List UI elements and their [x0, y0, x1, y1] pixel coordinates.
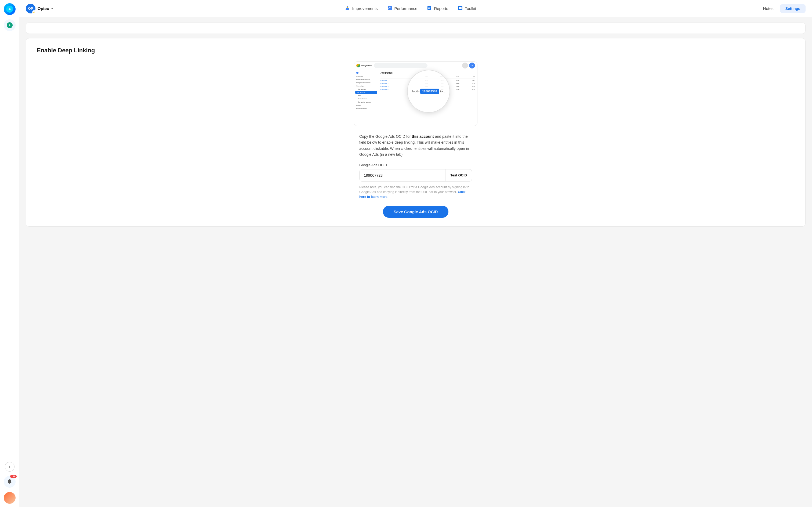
nav-item-reports[interactable]: Reports: [423, 3, 453, 14]
main-card: Enable Deep Linking Google Ads: [26, 38, 806, 227]
svg-rect-10: [428, 8, 429, 9]
fake-search-bar: [374, 63, 427, 68]
brand-chevron: ▾: [51, 7, 53, 10]
nav-item-toolkit[interactable]: Toolkit: [454, 3, 481, 14]
form-section: Google Ads OCID Test OCID Please note, y…: [359, 163, 472, 218]
ocid-input-row: Test OCID: [359, 169, 472, 181]
toolkit-icon: [458, 5, 463, 11]
brand[interactable]: OP Opteo ▾: [26, 4, 53, 13]
screenshot-inner: Google Ads J: [354, 62, 477, 126]
sidebar-logo[interactable]: [4, 3, 15, 15]
fake-sidebar-overview: Overview: [354, 75, 378, 78]
svg-rect-13: [459, 7, 461, 7]
notes-link[interactable]: Notes: [760, 4, 777, 13]
reports-icon: [427, 5, 432, 11]
svg-text:✦: ✦: [8, 23, 11, 27]
nav-item-improvements[interactable]: Improvements: [341, 3, 382, 14]
nav-label-toolkit: Toolkit: [465, 6, 476, 11]
notification-bell[interactable]: 199: [4, 476, 15, 488]
save-ocid-button[interactable]: Save Google Ads OCID: [383, 206, 449, 218]
top-card: [26, 22, 806, 34]
helper-text: Please note, you can find the OCID for a…: [359, 185, 472, 199]
description-text: Copy the Google Ads OCID for this accoun…: [359, 133, 472, 158]
user-avatar[interactable]: [4, 492, 15, 504]
google-logo-circle: [356, 64, 360, 67]
svg-point-5: [347, 7, 348, 8]
ocid-suffix: &w...: [440, 90, 446, 93]
page-title: Enable Deep Linking: [37, 47, 795, 54]
nav-label-reports: Reports: [434, 6, 448, 11]
form-label: Google Ads OCID: [359, 163, 472, 167]
fake-gads-sidebar: Overview Recommendations Insights and re…: [354, 69, 379, 126]
screenshot-preview: Google Ads J: [354, 61, 477, 126]
settings-button[interactable]: Settings: [780, 4, 806, 13]
page-content: Enable Deep Linking Google Ads: [19, 17, 812, 507]
fake-gads-logo: Google Ads: [356, 64, 371, 67]
brand-badge: [32, 10, 36, 14]
fake-adgroups-item: Ad groups: [355, 91, 377, 94]
chatgpt-icon[interactable]: ✦: [4, 19, 15, 31]
fake-gads-topbar: Google Ads J: [354, 62, 477, 69]
nav-label-improvements: Improvements: [352, 6, 378, 11]
test-ocid-button[interactable]: Test OCID: [445, 169, 472, 181]
svg-rect-9: [428, 7, 430, 8]
ocid-prefix: ?ocid=: [412, 90, 420, 93]
ocid-highlight: 188062348: [420, 89, 439, 94]
sidebar: ✦ i 199: [0, 0, 19, 507]
notification-count: 199: [10, 475, 16, 478]
brand-name: Opteo: [38, 6, 49, 11]
nav-right: Notes Settings: [760, 4, 806, 13]
nav-items: Improvements Performance: [64, 3, 757, 14]
info-icon[interactable]: i: [5, 462, 14, 471]
main-container: OP Opteo ▾ Improvements: [19, 0, 812, 507]
ocid-input[interactable]: [359, 169, 445, 181]
svg-rect-8: [428, 7, 430, 7]
deep-link-content: Google Ads J: [37, 61, 795, 218]
nav-label-performance: Performance: [395, 6, 417, 11]
brand-avatar: OP: [26, 4, 36, 13]
top-nav: OP Opteo ▾ Improvements: [19, 0, 812, 17]
performance-icon: [388, 5, 392, 11]
svg-point-3: [33, 11, 36, 13]
magnify-overlay: ?ocid= 188062348 &w...: [407, 70, 450, 113]
nav-item-performance[interactable]: Performance: [383, 3, 422, 14]
improvements-icon: [345, 5, 350, 11]
